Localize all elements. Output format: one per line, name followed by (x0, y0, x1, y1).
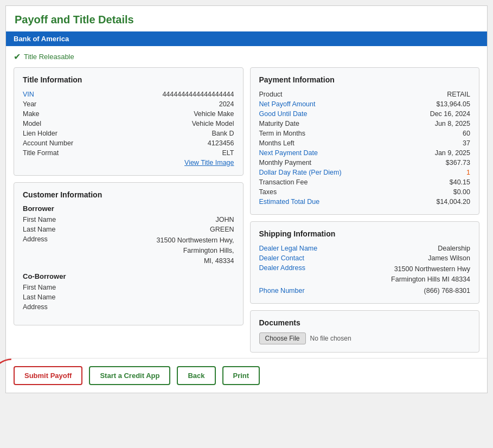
checkmark-icon: ✔ (14, 52, 21, 62)
info-row-view-title: View Title Image (23, 158, 234, 168)
arrow-container: Submit Payoff (14, 366, 82, 385)
dealer-legal-name-value: Dealership (438, 245, 470, 252)
coborrower-address-label: Address (23, 303, 48, 311)
estimated-total-value: $14,004.20 (436, 198, 470, 206)
make-label: Make (23, 110, 40, 118)
title-releasable-text: Title Releasable (24, 53, 74, 61)
maturity-row: Maturity Date Jun 8, 2025 (259, 119, 471, 129)
product-label: Product (259, 91, 283, 98)
coborrower-first-name-label: First Name (23, 284, 56, 291)
make-value: Vehicle Make (194, 110, 234, 118)
coborrower-block: Co-Borrower First Name Last Name Address (23, 272, 234, 312)
net-payoff-label: Net Payoff Amount (259, 100, 316, 108)
coborrower-label: Co-Borrower (23, 272, 234, 280)
shipping-info-heading: Shipping Information (259, 229, 471, 238)
months-left-value: 37 (463, 139, 470, 147)
payment-info-heading: Payment Information (259, 75, 471, 84)
lien-holder-label: Lien Holder (23, 130, 57, 137)
borrower-last-name-value: GREEN (210, 226, 234, 233)
footer-bar: Submit Payoff Start a Credit App Back Pr… (6, 358, 487, 393)
customer-info-card: Customer Information Borrower First Name… (14, 182, 244, 325)
next-payment-value: Jan 9, 2025 (435, 149, 470, 157)
borrower-first-name-value: JOHN (215, 216, 234, 223)
phone-number-label: Phone Number (259, 287, 305, 295)
year-label: Year (23, 100, 36, 108)
transaction-fee-value: $40.15 (450, 178, 470, 186)
term-label: Term in Months (259, 130, 305, 137)
year-value: 2024 (219, 100, 234, 108)
title-info-card: Title Information VIN 444444444444444444… (14, 67, 244, 176)
term-value: 60 (463, 130, 470, 137)
transaction-fee-row: Transaction Fee $40.15 (259, 177, 471, 187)
documents-file-area: Choose File No file chosen (259, 332, 471, 344)
taxes-value: $0.00 (453, 188, 470, 196)
shipping-info-card: Shipping Information Dealer Legal Name D… (250, 221, 480, 304)
net-payoff-value: $13,964.05 (436, 100, 470, 108)
dealer-legal-name-row: Dealer Legal Name Dealership (259, 244, 471, 253)
estimated-total-row: Estimated Total Due $14,004.20 (259, 197, 471, 207)
borrower-last-name-row: Last Name GREEN (23, 225, 234, 234)
info-row-make: Make Vehicle Make (23, 109, 234, 119)
start-credit-app-button[interactable]: Start a Credit App (89, 366, 170, 385)
coborrower-first-name-row: First Name (23, 283, 234, 292)
lien-holder-value: Bank D (212, 130, 234, 137)
estimated-total-label: Estimated Total Due (259, 198, 320, 206)
monthly-payment-row: Monthly Payment $367.73 (259, 158, 471, 168)
borrower-last-name-label: Last Name (23, 226, 55, 233)
taxes-row: Taxes $0.00 (259, 187, 471, 197)
vin-value: 4444444444444444444 (162, 91, 234, 98)
coborrower-address-row: Address (23, 302, 234, 312)
documents-heading: Documents (259, 318, 471, 327)
bank-bar: Bank of America (6, 31, 487, 46)
red-arrow-icon (0, 356, 14, 378)
good-until-row: Good Until Date Dec 16, 2024 (259, 109, 471, 119)
next-payment-row: Next Payment Date Jan 9, 2025 (259, 148, 471, 158)
good-until-value: Dec 16, 2024 (430, 110, 470, 118)
maturity-label: Maturity Date (259, 120, 299, 127)
back-button[interactable]: Back (177, 366, 215, 385)
term-row: Term in Months 60 (259, 129, 471, 138)
coborrower-last-name-label: Last Name (23, 293, 55, 301)
dealer-contact-row: Dealer Contact James Wilson (259, 253, 471, 263)
account-number-label: Account Number (23, 139, 73, 147)
print-button[interactable]: Print (222, 366, 260, 385)
submit-payoff-button[interactable]: Submit Payoff (14, 366, 82, 385)
phone-number-row: Phone Number (866) 768-8301 (259, 286, 471, 296)
info-row-model: Model Vehicle Model (23, 119, 234, 129)
net-payoff-row: Net Payoff Amount $13,964.05 (259, 99, 471, 109)
next-payment-label: Next Payment Date (259, 149, 318, 157)
borrower-address-value: 31500 Northwestern Hwy,Farmington Hills,… (157, 235, 234, 266)
borrower-label: Borrower (23, 204, 234, 213)
dealer-address-value: 31500 Northwestern HwyFarmington Hills M… (391, 264, 470, 285)
per-diem-value: 1 (466, 169, 470, 176)
model-label: Model (23, 120, 41, 127)
view-title-image-link[interactable]: View Title Image (184, 159, 234, 167)
months-left-row: Months Left 37 (259, 138, 471, 148)
payment-product-row: Product RETAIL (259, 89, 471, 99)
no-file-text: No file chosen (310, 335, 351, 342)
payment-info-card: Payment Information Product RETAIL Net P… (250, 67, 480, 215)
maturity-value: Jun 8, 2025 (435, 120, 470, 127)
title-info-heading: Title Information (23, 75, 234, 84)
borrower-block: Borrower First Name JOHN Last Name GREEN… (23, 204, 234, 267)
borrower-address-label: Address (23, 235, 48, 243)
info-row-vin: VIN 4444444444444444444 (23, 89, 234, 99)
choose-file-button[interactable]: Choose File (259, 332, 306, 344)
customer-info-heading: Customer Information (23, 190, 234, 199)
dealer-address-label: Dealer Address (259, 264, 305, 272)
monthly-payment-value: $367.73 (446, 159, 470, 167)
transaction-fee-label: Transaction Fee (259, 178, 308, 186)
info-row-lien-holder: Lien Holder Bank D (23, 129, 234, 138)
documents-card: Documents Choose File No file chosen (250, 310, 480, 353)
borrower-first-name-label: First Name (23, 216, 56, 223)
phone-number-value: (866) 768-8301 (424, 287, 470, 295)
vin-label: VIN (23, 91, 34, 98)
per-diem-row: Dollar Day Rate (Per Diem) 1 (259, 168, 471, 177)
good-until-label: Good Until Date (259, 110, 308, 118)
title-releasable-badge: ✔ Title Releasable (6, 46, 487, 67)
account-number-value: 4123456 (208, 139, 234, 147)
info-row-account-number: Account Number 4123456 (23, 138, 234, 148)
dealer-contact-value: James Wilson (428, 254, 470, 262)
product-value: RETAIL (447, 91, 470, 98)
per-diem-label: Dollar Day Rate (Per Diem) (259, 169, 342, 176)
